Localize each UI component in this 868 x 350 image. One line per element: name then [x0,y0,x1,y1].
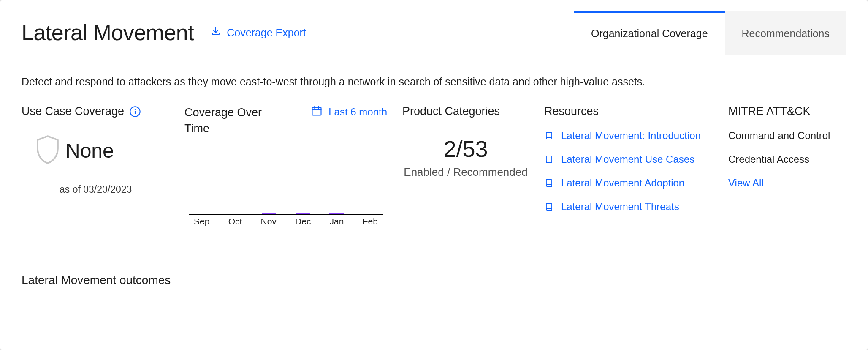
use-case-coverage-panel: Use Case Coverage None as of 03/2 [22,105,169,227]
resource-link[interactable]: Lateral Movement Adoption [544,177,713,189]
date-range-label: Last 6 month [328,105,387,120]
mitre-title: MITRE ATT&CK [728,105,851,118]
chart-x-label: Nov [261,216,277,227]
resource-label: Lateral Movement Adoption [561,177,684,189]
chart-x-label: Sep [194,216,209,227]
chart-x-label: Oct [228,216,242,227]
tab-label: Organizational Coverage [591,27,708,40]
resources-title: Resources [544,105,713,118]
shield-icon [34,133,61,168]
svg-point-2 [135,109,136,110]
page-description: Detect and respond to attackers as they … [22,76,846,88]
calendar-icon [311,105,323,119]
product-categories-panel: Product Categories 2/53 Enabled / Recomm… [402,105,529,227]
coverage-over-time-title: Coverage Over Time [184,105,282,137]
chart-x-label: Dec [295,216,311,227]
chart-x-label: Feb [363,216,378,227]
resource-link[interactable]: Lateral Movement Use Cases [544,153,713,165]
mitre-item: Command and Control [728,130,851,142]
use-case-coverage-title: Use Case Coverage [22,105,124,118]
info-icon[interactable] [129,106,141,118]
coverage-export-link[interactable]: Coverage Export [211,26,306,39]
download-icon [211,26,221,39]
mitre-item: Credential Access [728,153,851,165]
resources-panel: Resources Lateral Movement: Introduction… [544,105,713,227]
chart-x-label: Jan [330,216,344,227]
resource-label: Lateral Movement Use Cases [561,153,694,165]
outcomes-section-title: Lateral Movement outcomes [22,273,846,287]
tab-recommendations[interactable]: Recommendations [725,11,846,55]
coverage-as-of: as of 03/20/2023 [60,184,169,195]
product-categories-count: 2/53 [402,136,529,162]
product-categories-title: Product Categories [402,105,529,118]
date-range-picker[interactable]: Last 6 month [311,105,387,120]
coverage-chart: SepOctNovDecJanFeb [184,146,387,227]
tab-organizational-coverage[interactable]: Organizational Coverage [574,11,725,55]
coverage-export-label: Coverage Export [227,27,306,39]
resource-link[interactable]: Lateral Movement: Introduction [544,130,713,142]
mitre-view-all-link[interactable]: View All [728,177,851,189]
coverage-over-time-panel: Coverage Over Time Last 6 month [184,105,387,227]
svg-rect-3 [312,107,321,115]
tab-label: Recommendations [742,27,830,40]
page-title: Lateral Movement [22,20,194,45]
resource-link[interactable]: Lateral Movement Threats [544,201,713,213]
product-categories-sub: Enabled / Recommended [402,164,529,180]
mitre-panel: MITRE ATT&CK Command and ControlCredenti… [728,105,851,227]
resource-label: Lateral Movement Threats [561,201,679,213]
coverage-value: None [65,139,114,162]
resource-label: Lateral Movement: Introduction [561,130,701,142]
